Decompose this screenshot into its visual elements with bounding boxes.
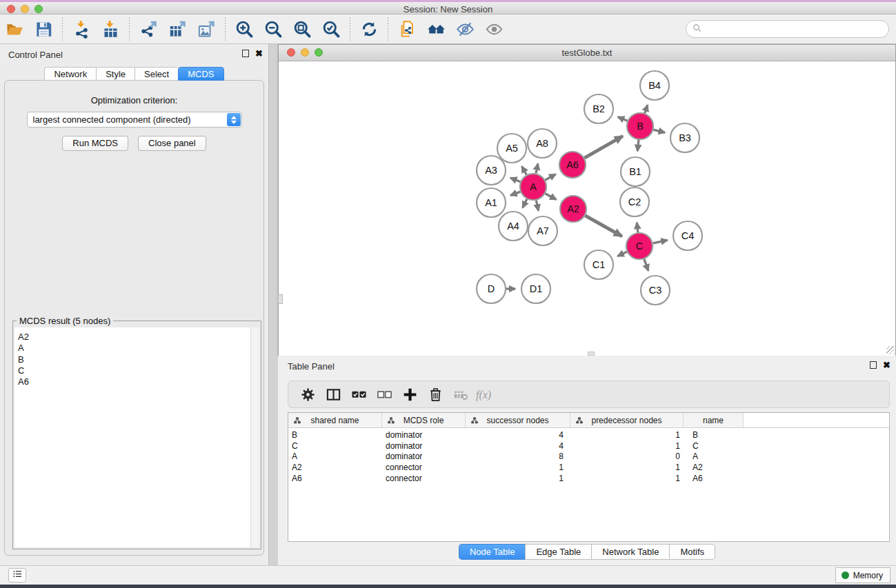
import-network-icon[interactable] [70,18,93,40]
table-settings-icon[interactable] [297,384,319,405]
zoom-out-icon[interactable] [261,18,285,40]
column-selector-icon[interactable] [322,384,344,405]
column-header-predecessor-nodes[interactable]: predecessor nodes [570,413,684,427]
select-all-icon[interactable] [348,384,370,405]
column-header-mcds-role[interactable]: MCDS role [382,413,466,427]
zoom-selected-icon[interactable] [319,18,343,40]
graph-edge-A-A3[interactable] [510,178,521,182]
graph-node-B4[interactable]: B4 [640,71,669,100]
open-session-icon[interactable] [3,18,26,40]
mcds-result-list[interactable]: A2ABCA6 [14,327,259,547]
zoom-in-icon[interactable] [232,18,256,40]
graph-node-A6[interactable]: A6 [559,152,586,178]
export-image-icon[interactable] [195,18,218,40]
table-row[interactable]: A2connector11A2 [288,463,889,474]
deselect-all-icon[interactable] [373,384,395,405]
canvas-side-handle[interactable] [278,294,283,304]
graph-edge-B-B2[interactable] [618,117,628,121]
graph-node-A1[interactable]: A1 [477,188,506,217]
close-panel-button[interactable]: Close panel [138,136,206,151]
graph-edge-A-A5[interactable] [522,166,527,174]
graph-node-A4[interactable]: A4 [499,212,528,241]
memory-button[interactable]: Memory [835,567,890,583]
search-input[interactable] [702,22,888,36]
graph-edge-A-A8[interactable] [536,163,538,173]
graph-node-A[interactable]: A [520,174,546,200]
graph-edge-A6-B[interactable] [584,136,622,158]
graph-edge-A-A6[interactable] [545,174,555,181]
graph-node-A7[interactable]: A7 [528,216,557,245]
export-table-icon[interactable] [166,18,189,40]
graph-edge-B-B4[interactable] [645,105,648,113]
search-box[interactable] [686,20,889,38]
table-row[interactable]: Adominator80A [288,452,889,463]
close-panel-icon[interactable]: ✖ [255,50,263,57]
graph-node-A3[interactable]: A3 [477,156,506,185]
graph-edge-B-B1[interactable] [637,140,639,151]
graph-edge-C-C2[interactable] [637,223,638,232]
graph-node-C2[interactable]: C2 [620,187,649,216]
graph-edge-B-B3[interactable] [653,130,665,132]
first-neighbors-icon[interactable] [424,18,448,40]
node-table[interactable]: shared nameMCDS rolesuccessor nodesprede… [288,412,890,542]
tab-node-table[interactable]: Node Table [459,544,526,560]
tab-network[interactable]: Network [44,67,96,81]
close-table-panel-icon[interactable]: ✖ [883,361,890,369]
mcds-result-item[interactable]: C [18,365,259,376]
network-window-titlebar[interactable]: testGlobe.txt [279,45,895,61]
network-canvas[interactable]: B4B2BB3A5A8A6A3AB1A1A2C2A4A7C4CC1DD1C3 [279,62,895,356]
graph-node-A8[interactable]: A8 [528,129,557,158]
column-header-successor-nodes[interactable]: successor nodes [466,413,570,427]
window-resize-grip[interactable] [886,346,895,354]
graph-node-C1[interactable]: C1 [584,250,613,279]
import-table-icon[interactable] [99,18,122,40]
tab-mcds[interactable]: MCDS [178,67,223,81]
run-mcds-button[interactable]: Run MCDS [62,136,128,151]
graph-node-B3[interactable]: B3 [670,123,699,152]
table-row[interactable]: A6connector11A6 [288,474,889,485]
graph-node-B[interactable]: B [627,113,653,139]
duplicate-network-icon[interactable] [395,18,419,40]
graph-node-B1[interactable]: B1 [621,157,650,186]
graph-edge-A-A4[interactable] [523,199,527,208]
graph-node-C3[interactable]: C3 [641,276,670,305]
graph-edge-C-C3[interactable] [644,259,648,271]
graph-edge-C-C1[interactable] [617,252,627,256]
table-row[interactable]: Bdominator41B [288,430,889,441]
graph-node-D1[interactable]: D1 [521,274,550,303]
graph-node-D[interactable]: D [477,274,506,303]
graph-node-C[interactable]: C [626,233,653,259]
column-header-shared-name[interactable]: shared name [288,413,382,427]
tab-network-table[interactable]: Network Table [591,544,669,560]
table-row[interactable]: Cdominator41C [288,441,889,452]
graph-node-B2[interactable]: B2 [584,94,613,123]
optimization-criterion-select[interactable]: largest connected component (directed) [27,112,242,128]
graph-node-A5[interactable]: A5 [497,134,526,163]
graph-node-A2[interactable]: A2 [560,196,586,222]
tab-edge-table[interactable]: Edge Table [525,544,591,560]
tab-select[interactable]: Select [135,67,178,81]
mcds-result-item[interactable]: A [18,343,259,354]
float-table-panel-icon[interactable] [870,361,877,369]
delete-column-icon[interactable] [424,384,446,405]
save-session-icon[interactable] [32,18,55,40]
mcds-result-item[interactable]: A6 [18,376,259,387]
graph-edge-A-A7[interactable] [536,201,538,211]
float-panel-icon[interactable] [242,50,249,57]
export-network-icon[interactable] [137,18,160,40]
mcds-result-item[interactable]: B [18,354,259,365]
column-header-name[interactable]: name [684,413,744,427]
hide-selected-icon[interactable] [453,18,477,40]
graph-edge-A-A2[interactable] [546,194,557,200]
graph-node-C4[interactable]: C4 [673,221,702,250]
add-column-icon[interactable] [399,384,421,405]
tab-style[interactable]: Style [96,67,135,81]
graph-edge-C-C4[interactable] [653,240,668,243]
graph-edge-A-A1[interactable] [510,192,520,195]
show-all-icon[interactable] [482,18,506,40]
mcds-result-item[interactable]: A2 [18,332,259,343]
mcds-list-scrollbar[interactable] [250,327,259,547]
zoom-fit-icon[interactable] [290,18,314,40]
graph-edge-A2-C[interactable] [585,216,621,236]
tab-motifs[interactable]: Motifs [669,544,715,560]
